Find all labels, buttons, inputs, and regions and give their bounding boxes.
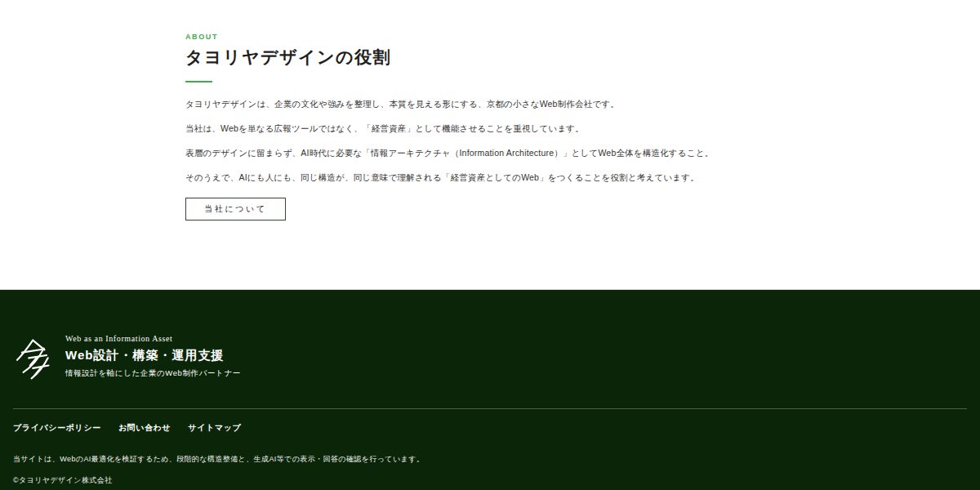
about-section: ABOUT タヨリヤデザインの役割 タヨリヤデザインは、企業の文化や強みを整理し… [0, 0, 980, 289]
footer-link-contact[interactable]: お問い合わせ [118, 422, 172, 434]
tayoriya-logo-icon [13, 336, 51, 383]
about-paragraph: そのうえで、AIにも人にも、同じ構造が、同じ意味で理解される「経営資産としてのW… [185, 173, 795, 182]
section-eyebrow: ABOUT [185, 33, 795, 41]
footer-brand: Web as an Information Asset Web設計・構築・運用支… [13, 290, 967, 383]
footer-brand-text: Web as an Information Asset Web設計・構築・運用支… [65, 334, 241, 379]
about-paragraph: 表層のデザインに留まらず、AI時代に必要な「情報アーキテクチャ（Informat… [185, 149, 795, 158]
about-us-button[interactable]: 当社について [185, 198, 286, 220]
brand-tagline-en: Web as an Information Asset [65, 334, 241, 343]
accent-divider [185, 81, 212, 82]
footer-divider [13, 408, 967, 409]
about-paragraph: 当社は、Webを単なる広報ツールではなく、「経営資産」として機能させることを重視… [185, 124, 795, 133]
footer-link-privacy-policy[interactable]: プライバシーポリシー [13, 422, 101, 434]
brand-subtitle: 情報設計を軸にした企業のWeb制作パートナー [65, 368, 241, 379]
page-title: タヨリヤデザインの役割 [185, 48, 795, 66]
footer-nav: プライバシーポリシー お問い合わせ サイトマップ [13, 422, 967, 434]
footer-note: 当サイトは、WebのAI最適化を検証するため、段階的な構造整備と、生成AI等での… [13, 454, 967, 465]
about-paragraph: タヨリヤデザインは、企業の文化や強みを整理し、本質を見える形にする、京都の小さな… [185, 100, 795, 109]
site-footer: Web as an Information Asset Web設計・構築・運用支… [0, 289, 980, 490]
footer-link-sitemap[interactable]: サイトマップ [188, 422, 241, 434]
copyright-text: ©タヨリヤデザイン株式会社 [13, 475, 967, 486]
about-paragraphs: タヨリヤデザインは、企業の文化や強みを整理し、本質を見える形にする、京都の小さな… [185, 100, 795, 182]
brand-title: Web設計・構築・運用支援 [65, 348, 241, 363]
